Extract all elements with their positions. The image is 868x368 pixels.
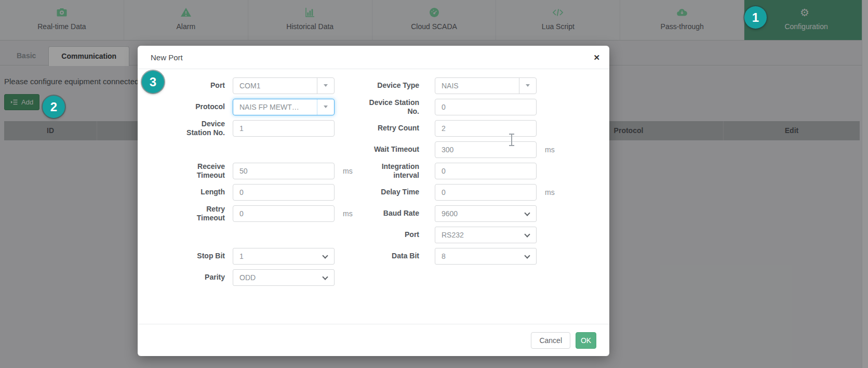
form-row: Stop Bit 1 Data Bit 8: [138, 245, 609, 267]
integration-interval-input[interactable]: [435, 163, 537, 179]
baud-rate-select[interactable]: 9600: [435, 205, 537, 222]
form-row: Device Station No. Retry Count: [138, 117, 609, 139]
port-select[interactable]: RS232: [435, 227, 537, 243]
device-station-no-label: Device Station No.: [178, 120, 225, 137]
port-label: Port: [178, 81, 225, 90]
chevron-down-icon: [524, 210, 530, 216]
form-row: Protocol NAIS FP MEWT… Device Station No…: [138, 96, 609, 117]
parity-label: Parity: [178, 273, 225, 282]
dialog-form: Port COM1 Device Type NAIS Protocol NAIS…: [138, 69, 609, 288]
ms-suffix: ms: [335, 209, 358, 218]
new-port-dialog: New Port ✕ Port COM1 Device Type NAIS Pr…: [138, 46, 609, 356]
ms-suffix: ms: [537, 146, 560, 154]
cancel-button[interactable]: Cancel: [531, 332, 570, 349]
receive-timeout-input[interactable]: [233, 163, 335, 179]
form-row: Port RS232: [138, 224, 609, 245]
device-type-label: Device Type: [358, 81, 419, 90]
wait-timeout-input[interactable]: [435, 141, 537, 158]
annotation-badge-3: 3: [142, 71, 164, 93]
form-row: Length Delay Time ms: [138, 181, 609, 203]
retry-timeout-input[interactable]: [233, 205, 335, 222]
wait-timeout-label: Wait Timeout: [358, 145, 419, 154]
baud-rate-label: Baud Rate: [358, 209, 419, 218]
chevron-down-icon: [322, 253, 328, 258]
retry-timeout-label: Retry Timeout: [178, 205, 225, 222]
receive-timeout-label: Receive Timeout: [178, 162, 225, 180]
ms-suffix: ms: [335, 167, 358, 175]
close-icon[interactable]: ✕: [593, 46, 600, 69]
caret-down-icon: [526, 84, 530, 87]
retry-count-input[interactable]: [435, 120, 537, 137]
device-station-no-input[interactable]: [233, 120, 335, 137]
retry-count-label: Retry Count: [358, 124, 419, 133]
annotation-badge-2: 2: [43, 96, 65, 118]
delay-time-label: Delay Time: [358, 188, 419, 196]
form-row: Wait Timeout ms: [138, 139, 609, 160]
ms-suffix: ms: [537, 188, 560, 196]
annotation-badge-1: 1: [744, 6, 767, 29]
protocol-combobox[interactable]: NAIS FP MEWT…: [233, 99, 335, 115]
form-row: Parity ODD: [138, 267, 609, 288]
device-station-no-input[interactable]: [435, 99, 537, 115]
caret-down-icon: [324, 106, 328, 108]
delay-time-input[interactable]: [435, 184, 537, 201]
length-label: Length: [178, 188, 225, 196]
device-station-no-label: Device Station No.: [358, 98, 419, 116]
chevron-down-icon: [524, 231, 530, 237]
chevron-down-icon: [322, 274, 328, 280]
dialog-header: New Port ✕: [138, 46, 609, 69]
data-bit-select[interactable]: 8: [435, 248, 537, 265]
chevron-down-icon: [524, 253, 530, 258]
form-row: Port COM1 Device Type NAIS: [138, 75, 609, 96]
parity-select[interactable]: ODD: [233, 269, 335, 286]
length-input[interactable]: [233, 184, 335, 201]
integration-interval-label: Integration interval: [358, 162, 419, 180]
data-bit-label: Data Bit: [358, 252, 419, 260]
form-row: Receive Timeout ms Integration interval: [138, 160, 609, 181]
port-combobox[interactable]: COM1: [233, 77, 335, 94]
ok-button[interactable]: OK: [576, 332, 596, 349]
ibeam-cursor: [509, 134, 515, 146]
form-row: Retry Timeout ms Baud Rate 9600: [138, 203, 609, 224]
protocol-label: Protocol: [178, 102, 225, 111]
caret-down-icon: [324, 84, 328, 87]
stop-bit-select[interactable]: 1: [233, 248, 335, 265]
port-label: Port: [358, 230, 419, 239]
dialog-title: New Port: [151, 46, 183, 69]
device-type-combobox[interactable]: NAIS: [435, 77, 537, 94]
dialog-footer: Cancel OK: [138, 324, 609, 356]
stop-bit-label: Stop Bit: [178, 252, 225, 260]
